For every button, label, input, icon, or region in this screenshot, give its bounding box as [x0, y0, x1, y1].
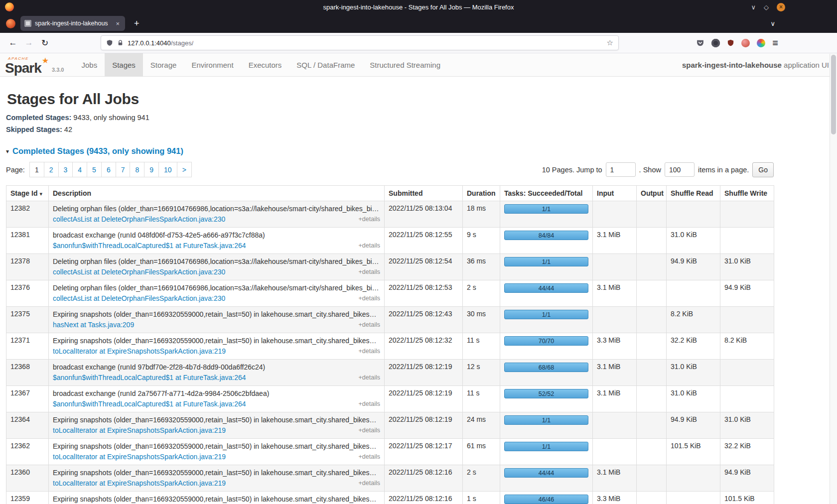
window-minimize-icon[interactable]: ∨ — [751, 4, 756, 10]
firefox-view-icon[interactable] — [6, 19, 15, 28]
pagination-page[interactable]: 9 — [144, 162, 159, 177]
stage-callsite-link[interactable]: collectAsList at DeleteOrphanFilesSparkA… — [53, 215, 225, 224]
application-ui-suffix: application UI — [782, 61, 829, 69]
shuffle-read-cell — [667, 201, 720, 228]
input-cell: 3.1 MiB — [593, 228, 637, 254]
duration-cell: 30 ms — [463, 307, 500, 333]
lock-icon[interactable] — [117, 39, 124, 47]
stage-callsite-link[interactable]: $anonfun$withThreadLocalCaptured$1 at Fu… — [53, 241, 246, 251]
column-header-input[interactable]: Input — [593, 186, 637, 201]
stage-callsite-link[interactable]: collectAsList at DeleteOrphanFilesSparkA… — [53, 294, 225, 303]
completed-stages-section-toggle[interactable]: ▾ Completed Stages (9433, only showing 9… — [6, 146, 774, 156]
window-titlebar: spark-ingest-into-lakehouse - Stages for… — [0, 0, 837, 14]
column-header-submitted[interactable]: Submitted — [385, 186, 463, 201]
sort-caret-icon: ▾ — [39, 191, 42, 197]
pagination-page[interactable]: 7 — [116, 162, 131, 177]
pagination-page[interactable]: > — [177, 162, 192, 177]
stage-callsite-link[interactable]: collectAsList at DeleteOrphanFilesSparkA… — [53, 267, 225, 277]
pagination-page[interactable]: 3 — [58, 162, 73, 177]
pagination-page[interactable]: 1 — [29, 162, 44, 177]
details-toggle[interactable]: +details — [359, 373, 380, 382]
containers-extension-icon[interactable] — [711, 39, 720, 47]
column-header-stage-id[interactable]: Stage Id▾ — [6, 186, 49, 201]
details-toggle[interactable]: +details — [359, 452, 380, 462]
stage-callsite-link[interactable]: hasNext at Tasks.java:209 — [53, 320, 134, 330]
spark-nav-item-sql-dataframe[interactable]: SQL / DataFrame — [289, 53, 362, 76]
details-toggle[interactable]: +details — [359, 399, 380, 409]
tasks-count: 1/1 — [542, 417, 551, 424]
pagination-page[interactable]: 4 — [72, 162, 87, 177]
shield-icon[interactable] — [106, 39, 113, 47]
ublock-shield-icon[interactable] — [727, 39, 734, 47]
window-maximize-icon[interactable]: ◇ — [764, 4, 769, 10]
pocket-icon[interactable] — [696, 39, 704, 47]
tasks-count: 46/46 — [539, 496, 554, 503]
stage-callsite-link[interactable]: toLocalIterator at ExpireSnapshotsSparkA… — [53, 347, 226, 356]
column-header-shuffle-read[interactable]: Shuffle Read — [667, 186, 720, 201]
pagination-page[interactable]: 5 — [87, 162, 102, 177]
output-cell — [637, 307, 667, 333]
column-header-shuffle-write[interactable]: Shuffle Write — [720, 186, 774, 201]
items-label: items in a page. — [698, 166, 749, 174]
new-tab-button[interactable]: + — [131, 18, 142, 29]
menu-icon[interactable]: ≡ — [772, 38, 778, 48]
details-toggle[interactable]: +details — [359, 294, 380, 303]
spark-nav-item-environment[interactable]: Environment — [184, 53, 241, 76]
page-list: 12345678910> — [30, 162, 192, 177]
pinwheel-extension-icon[interactable] — [757, 39, 765, 47]
reload-icon[interactable]: ↻ — [37, 35, 53, 50]
browser-tab[interactable]: spark-ingest-into-lakehous × — [20, 16, 125, 31]
tasks-progress-bar: 46/46 — [504, 495, 588, 504]
spark-nav-item-structured-streaming[interactable]: Structured Streaming — [362, 53, 448, 76]
spark-nav-item-executors[interactable]: Executors — [241, 53, 289, 76]
details-toggle[interactable]: +details — [359, 347, 380, 356]
tasks-progress-bar: 1/1 — [504, 257, 588, 266]
details-toggle[interactable]: +details — [359, 479, 380, 488]
stage-callsite-link[interactable]: $anonfun$withThreadLocalCaptured$1 at Fu… — [53, 373, 246, 382]
submitted-cell: 2022/11/25 08:12:19 — [385, 412, 463, 439]
window-close-icon[interactable]: × — [777, 3, 785, 11]
go-button[interactable]: Go — [752, 162, 774, 177]
column-header-tasks-succeeded-total[interactable]: Tasks: Succeeded/Total — [500, 186, 593, 201]
shuffle-read-cell: 32.2 KiB — [667, 333, 720, 360]
navigation-toolbar: ← → ↻ 127.0.0.1:4040/stages/ ☆ ≡ — [0, 33, 837, 53]
pagination-page[interactable]: 10 — [158, 162, 177, 177]
pagination-page[interactable]: 2 — [44, 162, 59, 177]
spark-logo[interactable]: APACHE Spark ★ 3.3.0 — [5, 53, 64, 76]
spark-version: 3.3.0 — [52, 67, 64, 75]
pagination-page[interactable]: 6 — [101, 162, 116, 177]
spark-nav-item-jobs[interactable]: Jobs — [74, 53, 105, 76]
stage-callsite-link[interactable]: toLocalIterator at ExpireSnapshotsSparkA… — [53, 479, 226, 488]
spark-nav-item-storage[interactable]: Storage — [143, 53, 184, 76]
pagination-page[interactable]: 8 — [130, 162, 144, 177]
page-scrollbar[interactable] — [830, 54, 837, 504]
url-bar[interactable]: 127.0.0.1:4040/stages/ ☆ — [101, 35, 619, 50]
application-name: spark-ingest-into-lakehouse — [682, 61, 782, 69]
scrollbar-thumb[interactable] — [831, 55, 836, 134]
details-toggle[interactable]: +details — [359, 426, 380, 435]
jump-page-input[interactable] — [606, 162, 636, 177]
column-header-description[interactable]: Description — [49, 186, 385, 201]
details-toggle[interactable]: +details — [359, 215, 380, 224]
shuffle-write-cell — [720, 201, 774, 228]
page-size-input[interactable] — [665, 162, 695, 177]
table-row: 12381 broadcast exchange (runId 048fd06f… — [6, 228, 774, 254]
tabs-list-icon[interactable]: ∨ — [770, 20, 775, 27]
shuffle-write-cell — [720, 360, 774, 386]
back-icon[interactable]: ← — [5, 35, 21, 50]
spark-nav-item-stages[interactable]: Stages — [105, 53, 143, 76]
stage-callsite-link[interactable]: toLocalIterator at ExpireSnapshotsSparkA… — [53, 452, 226, 462]
tab-close-icon[interactable]: × — [114, 19, 121, 28]
stage-callsite-link[interactable]: toLocalIterator at ExpireSnapshotsSparkA… — [53, 426, 226, 435]
details-toggle[interactable]: +details — [359, 241, 380, 251]
stage-callsite-link[interactable]: $anonfun$withThreadLocalCaptured$1 at Fu… — [53, 399, 246, 409]
column-header-output[interactable]: Output — [637, 186, 667, 201]
details-toggle[interactable]: +details — [359, 320, 380, 330]
input-cell — [593, 412, 637, 439]
details-toggle[interactable]: +details — [359, 267, 380, 277]
bookmark-star-icon[interactable]: ☆ — [607, 38, 613, 47]
column-header-duration[interactable]: Duration — [463, 186, 500, 201]
url-text[interactable]: 127.0.0.1:4040/stages/ — [128, 39, 193, 47]
forward-icon[interactable]: → — [21, 35, 37, 50]
extension-icon[interactable] — [741, 39, 750, 47]
